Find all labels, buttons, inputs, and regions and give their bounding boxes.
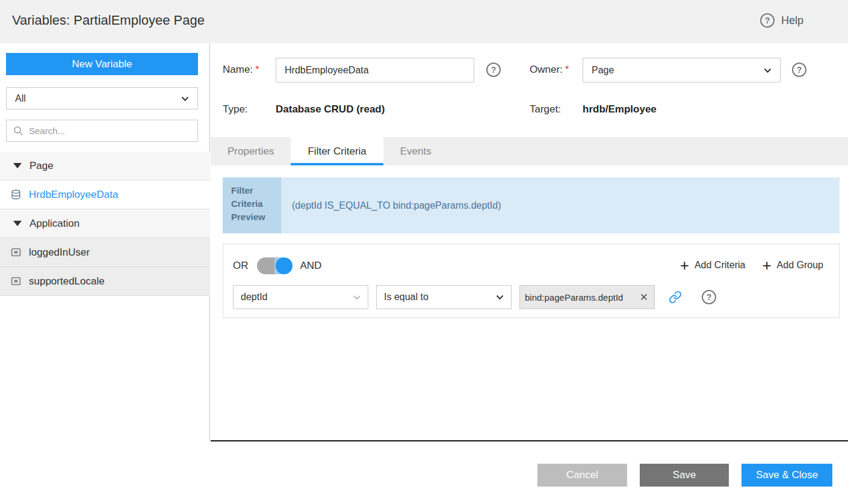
variable-search [6, 120, 198, 142]
variable-filter-value: All [15, 93, 26, 104]
dialog-header: Variables: PartialEmployee Page ? Help [0, 0, 848, 43]
owner-select[interactable]: Page [583, 58, 781, 82]
tree-group-label: Application [29, 218, 79, 230]
or-label: OR [233, 260, 249, 272]
help-label: Help [781, 14, 803, 27]
save-button[interactable]: Save [640, 464, 729, 487]
variables-sidebar: New Variable All Page HrdbEmployeeData [0, 43, 210, 441]
save-and-close-button[interactable]: Save & Close [741, 464, 832, 487]
preview-label: Filter Criteria Preview [223, 177, 281, 233]
target-label: Target: [530, 103, 561, 115]
preview-expression: (deptId IS_EQUAL_TO bind:pageParams.dept… [281, 177, 840, 233]
caret-down-icon [13, 221, 22, 226]
footer-actions: Cancel Save Save & Close [537, 464, 832, 487]
criteria-row: deptId Is equal to bind:pageParams.deptI… [233, 285, 716, 309]
tree-item-loggedinuser[interactable]: loggedInUser [0, 238, 210, 267]
operator-select-value: Is equal to [384, 292, 429, 303]
search-input[interactable] [29, 126, 191, 136]
tree-item-label: loggedInUser [29, 247, 90, 259]
close-icon[interactable]: ✕ [639, 291, 649, 304]
footer-divider [211, 440, 848, 441]
chevron-down-icon [353, 292, 361, 303]
chevron-down-icon [181, 93, 189, 104]
variable-filter-select[interactable]: All [6, 87, 198, 109]
field-select[interactable]: deptId [233, 285, 368, 309]
field-select-value: deptId [241, 292, 267, 303]
caret-down-icon [13, 163, 22, 168]
criteria-actions: + Add Criteria + Add Group [680, 257, 823, 273]
owner-help-icon[interactable]: ? [792, 63, 806, 77]
variable-detail-panel: Name:* ? Owner:* Page ? Type: Database C… [211, 43, 848, 504]
add-group-button[interactable]: + Add Group [762, 257, 823, 273]
tree-item-hrdbemployeedata[interactable]: HrdbEmployeeData [0, 180, 210, 209]
database-variable-icon [11, 189, 21, 200]
bind-link-icon[interactable] [669, 290, 682, 304]
criteria-help-icon[interactable]: ? [702, 290, 716, 304]
static-variable-icon [11, 247, 21, 257]
tree-group-label: Page [29, 160, 54, 172]
name-help-icon[interactable]: ? [486, 63, 501, 77]
criteria-builder: OR AND + Add Criteria + Add Group deptId [223, 244, 840, 318]
help-icon: ? [760, 13, 775, 28]
tree-group-application[interactable]: Application [0, 209, 210, 238]
variables-dialog: Variables: PartialEmployee Page ? Help N… [0, 0, 848, 504]
tab-properties[interactable]: Properties [211, 137, 291, 165]
required-marker: * [255, 64, 259, 75]
detail-tabs: Properties Filter Criteria Events [211, 137, 848, 165]
required-marker: * [565, 64, 569, 75]
add-criteria-button[interactable]: + Add Criteria [680, 257, 746, 273]
type-label: Type: [223, 103, 248, 115]
chevron-down-icon [496, 292, 504, 303]
plus-icon: + [680, 257, 689, 273]
tree-item-supportedlocale[interactable]: supportedLocale [0, 267, 210, 296]
name-input[interactable] [276, 58, 474, 82]
owner-label: Owner:* [530, 64, 569, 76]
add-group-label: Add Group [777, 260, 823, 271]
new-variable-button[interactable]: New Variable [6, 53, 198, 75]
and-label: AND [300, 260, 322, 272]
value-binding-chip[interactable]: bind:pageParams.deptId ✕ [519, 285, 655, 309]
tree-item-label: HrdbEmployeeData [29, 189, 118, 201]
target-value: hrdb/Employee [583, 103, 657, 115]
tab-filter-criteria[interactable]: Filter Criteria [291, 137, 383, 165]
filter-criteria-preview: Filter Criteria Preview (deptId IS_EQUAL… [223, 177, 840, 233]
cancel-button[interactable]: Cancel [537, 464, 627, 487]
add-criteria-label: Add Criteria [695, 260, 745, 271]
page-title: Variables: PartialEmployee Page [12, 13, 205, 28]
tree-item-label: supportedLocale [29, 275, 105, 287]
logic-toggle-group: OR AND [233, 257, 321, 274]
owner-select-value: Page [592, 65, 614, 76]
type-value: Database CRUD (read) [276, 103, 385, 115]
value-binding-text: bind:pageParams.deptId [525, 292, 639, 303]
operator-select[interactable]: Is equal to [376, 285, 512, 309]
variable-tree: Page HrdbEmployeeData Application logged… [0, 152, 210, 296]
and-or-toggle[interactable] [257, 257, 292, 274]
plus-icon: + [762, 257, 771, 273]
tab-events[interactable]: Events [383, 137, 448, 165]
search-icon [13, 126, 23, 136]
name-label: Name:* [223, 64, 259, 76]
tree-group-page[interactable]: Page [0, 152, 210, 180]
static-variable-icon [11, 276, 21, 286]
help-button[interactable]: ? Help [760, 13, 803, 28]
toggle-knob [276, 257, 292, 274]
chevron-down-icon [764, 65, 772, 76]
